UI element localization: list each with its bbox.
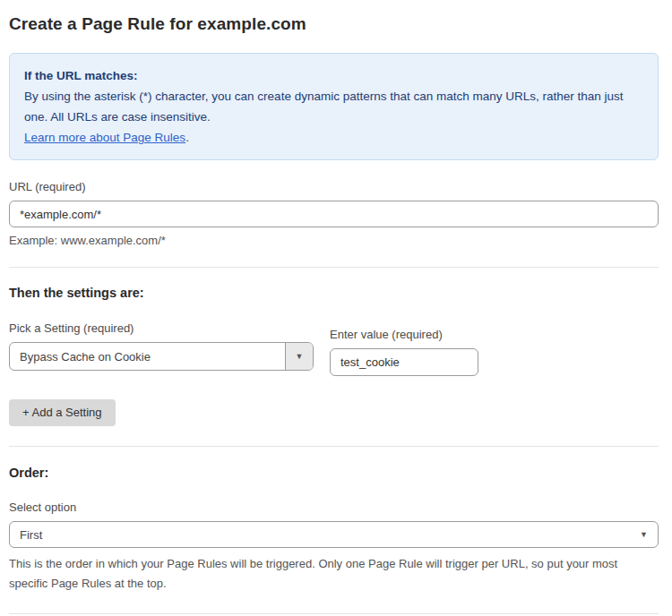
order-select[interactable]: First ▼ xyxy=(9,521,659,548)
order-select-value: First xyxy=(20,528,42,542)
learn-more-link[interactable]: Learn more about Page Rules xyxy=(24,131,185,144)
chevron-down-icon: ▼ xyxy=(296,353,304,361)
order-helper-text: This is the order in which your Page Rul… xyxy=(9,554,659,594)
setting-row: Pick a Setting (required) Bypass Cache o… xyxy=(9,321,659,376)
setting-picker-column: Pick a Setting (required) Bypass Cache o… xyxy=(9,321,314,371)
settings-section-heading: Then the settings are: xyxy=(9,286,659,300)
info-box-link-line: Learn more about Page Rules. xyxy=(24,127,643,148)
page-title: Create a Page Rule for example.com xyxy=(9,14,659,34)
order-section-heading: Order: xyxy=(9,466,659,480)
setting-dropdown-arrow-button[interactable]: ▼ xyxy=(285,343,313,370)
info-box-body: By using the asterisk (*) character, you… xyxy=(24,86,643,127)
info-box-heading: If the URL matches: xyxy=(24,65,643,86)
url-field-helper: Example: www.example.com/* xyxy=(9,234,659,247)
setting-dropdown[interactable]: Bypass Cache on Cookie ▼ xyxy=(9,342,314,371)
link-suffix: . xyxy=(185,131,189,144)
divider xyxy=(9,446,659,447)
divider xyxy=(9,613,659,614)
divider xyxy=(9,267,659,268)
create-page-rule-panel: Create a Page Rule for example.com If th… xyxy=(0,0,672,616)
setting-value-input[interactable] xyxy=(330,348,478,376)
chevron-down-icon: ▼ xyxy=(640,531,648,539)
setting-dropdown-value: Bypass Cache on Cookie xyxy=(10,343,285,370)
setting-value-label: Enter value (required) xyxy=(330,328,478,341)
url-match-info-box: If the URL matches: By using the asteris… xyxy=(9,53,659,160)
url-input[interactable] xyxy=(9,201,659,227)
setting-picker-label: Pick a Setting (required) xyxy=(9,321,314,335)
url-field-label: URL (required) xyxy=(9,180,659,193)
setting-value-column: Enter value (required) xyxy=(330,328,478,376)
add-setting-button[interactable]: + Add a Setting xyxy=(9,399,116,426)
order-select-label: Select option xyxy=(9,500,659,514)
